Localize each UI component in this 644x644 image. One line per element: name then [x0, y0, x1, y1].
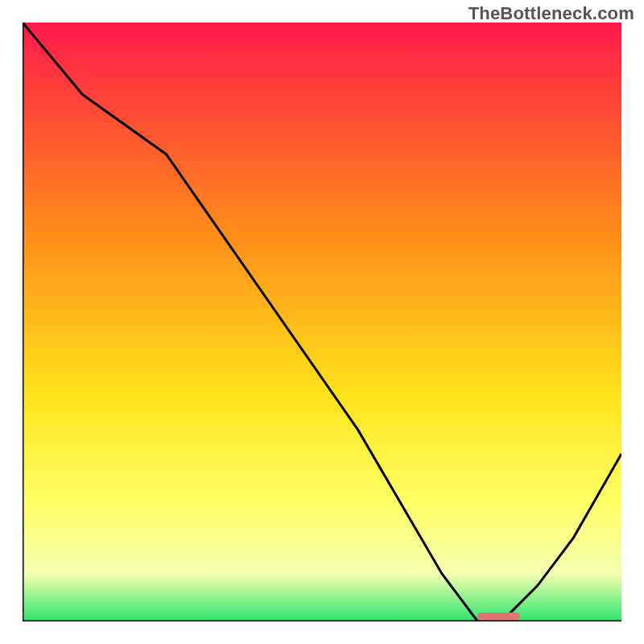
chart-plot: [23, 23, 621, 621]
chart-svg: [23, 23, 621, 621]
optimal-marker: [477, 613, 519, 621]
chart-container: TheBottleneck.com: [0, 0, 644, 644]
watermark-text: TheBottleneck.com: [469, 3, 634, 24]
gradient-background: [23, 23, 621, 621]
